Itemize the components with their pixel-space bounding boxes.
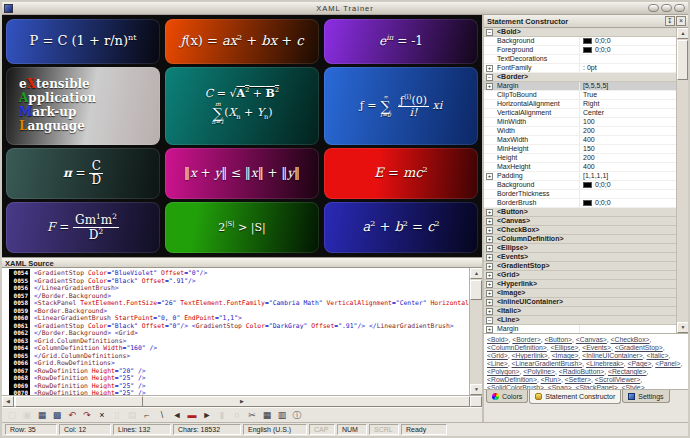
formula-tile-gravitation[interactable]: F = Gm1m2D2 bbox=[6, 202, 160, 253]
format-button[interactable]: ⌐ bbox=[140, 409, 154, 422]
expand-icon[interactable]: + bbox=[486, 290, 493, 297]
expand-icon[interactable]: + bbox=[486, 254, 493, 261]
element-link[interactable]: <Italic> bbox=[647, 352, 669, 359]
category-ellipse[interactable]: +<Ellipse> bbox=[484, 244, 676, 253]
formula-tile-mass-energy[interactable]: E = mc2 bbox=[324, 148, 478, 199]
paste-button[interactable]: ▤ bbox=[125, 409, 139, 422]
expand-icon[interactable]: + bbox=[486, 218, 493, 225]
property-value[interactable]: [1,1,1,1] bbox=[580, 172, 676, 180]
navigate-back-button[interactable]: ◄ bbox=[170, 409, 184, 422]
property-minwidth[interactable]: MinWidth100 bbox=[484, 118, 676, 127]
element-link[interactable]: <Panel> bbox=[655, 360, 680, 367]
category-italic[interactable]: +<Italic> bbox=[484, 307, 676, 316]
property-background[interactable]: Background0;0;0 bbox=[484, 37, 676, 46]
element-link[interactable]: <GradientStop> bbox=[615, 344, 663, 351]
formula-tile-taylor-series[interactable]: ƒ = ∞∑i=0 ƒ(i)(0)i! xi bbox=[324, 67, 478, 145]
new-button[interactable]: ▢ bbox=[5, 409, 19, 422]
element-link[interactable]: <Setter> bbox=[565, 376, 591, 383]
open-button[interactable]: ▣ bbox=[20, 409, 34, 422]
zoom-button[interactable]: ○ bbox=[230, 409, 244, 422]
element-link[interactable]: <Ellipse> bbox=[550, 344, 578, 351]
property-textdecorations[interactable]: TextDecorations bbox=[484, 55, 676, 64]
property-value[interactable]: Right bbox=[580, 100, 676, 108]
expand-icon[interactable]: + bbox=[486, 299, 493, 306]
scroll-down-icon[interactable]: ▼ bbox=[470, 384, 482, 395]
element-link[interactable]: <Hyperlink> bbox=[512, 352, 548, 359]
property-height[interactable]: Height200 bbox=[484, 154, 676, 163]
expand-icon[interactable]: + bbox=[486, 272, 493, 279]
property-value[interactable]: : 0pt bbox=[580, 64, 676, 72]
tab-colors[interactable]: Colors bbox=[486, 390, 528, 403]
property-fontfamily[interactable]: +FontFamily: 0pt bbox=[484, 64, 676, 73]
category-bold[interactable]: −<Bold> bbox=[484, 28, 676, 37]
element-link[interactable]: <Line> bbox=[487, 360, 508, 367]
element-link[interactable]: <Canvas> bbox=[576, 336, 607, 343]
category-border[interactable]: −<Border> bbox=[484, 73, 676, 82]
property-horizontalalignment[interactable]: HorizontalAlignmentRight bbox=[484, 100, 676, 109]
category-image[interactable]: +<Image> bbox=[484, 289, 676, 298]
close-button[interactable] bbox=[674, 4, 685, 12]
property-borderthickness[interactable]: BorderThickness bbox=[484, 190, 676, 199]
property-value[interactable] bbox=[580, 190, 676, 198]
print-preview-button[interactable]: ▥ bbox=[275, 409, 289, 422]
formula-tile-quadratic-function[interactable]: ƒ(x) = ax2 + bx + c bbox=[165, 19, 319, 64]
element-link[interactable]: <RadioButton> bbox=[559, 368, 604, 375]
print-button[interactable]: ▦ bbox=[260, 409, 274, 422]
property-value[interactable]: 100 bbox=[580, 118, 676, 126]
minimize-button[interactable] bbox=[648, 4, 659, 12]
vertical-scroll-thumb[interactable] bbox=[470, 280, 482, 300]
property-margin[interactable]: +Margin[5,5,5,5] bbox=[484, 82, 676, 91]
highlight-button[interactable]: ▮ bbox=[215, 409, 229, 422]
category-grid[interactable]: +<Grid> bbox=[484, 271, 676, 280]
element-link[interactable]: <Rectangle> bbox=[608, 368, 647, 375]
property-value[interactable]: 0;0;0 bbox=[580, 181, 676, 189]
save-button[interactable]: ▦ bbox=[35, 409, 49, 422]
collapse-icon[interactable]: − bbox=[486, 317, 493, 324]
propgrid-scroll-thumb[interactable] bbox=[677, 40, 688, 80]
expand-icon[interactable]: + bbox=[486, 65, 493, 72]
collapse-icon[interactable]: − bbox=[486, 74, 493, 81]
maximize-button[interactable] bbox=[661, 4, 672, 12]
element-link[interactable]: <CheckBox> bbox=[611, 336, 650, 343]
expand-icon[interactable]: + bbox=[486, 326, 493, 333]
formula-tile-vector-magnitude-sum[interactable]: C = √A2 + B2m∑n=1(Xn + Yn) bbox=[165, 67, 319, 145]
property-value[interactable]: 0;0;0 bbox=[580, 46, 676, 54]
tab-settings[interactable]: Settings bbox=[622, 390, 669, 403]
property-value[interactable]: Center bbox=[580, 109, 676, 117]
formula-tile-xaml-acronym[interactable]: eXtensibleApplicationMark-upLanguage bbox=[6, 67, 160, 145]
save-all-button[interactable]: ▩ bbox=[50, 409, 64, 422]
editor-horizontal-scrollbar[interactable]: ◀ ▶ bbox=[2, 395, 482, 407]
expand-icon[interactable]: + bbox=[486, 173, 493, 180]
cut-button[interactable]: × bbox=[95, 409, 109, 422]
undo-button[interactable]: ↶ bbox=[65, 409, 79, 422]
formula-tile-compound-interest[interactable]: P = C (1 + r/n)nt bbox=[6, 19, 160, 64]
property-value[interactable]: 0;0;0 bbox=[580, 199, 676, 207]
property-value[interactable] bbox=[580, 55, 676, 63]
property-maxwidth[interactable]: MaxWidth400 bbox=[484, 136, 676, 145]
expand-icon[interactable]: + bbox=[486, 236, 493, 243]
property-background[interactable]: Background0;0;0 bbox=[484, 181, 676, 190]
property-padding[interactable]: +Padding[1,1,1,1] bbox=[484, 172, 676, 181]
scroll-down-icon[interactable]: ▼ bbox=[677, 322, 688, 333]
panel-close-icon[interactable]: × bbox=[676, 16, 686, 26]
property-value[interactable]: 0;0;0 bbox=[580, 37, 676, 45]
property-value[interactable]: True bbox=[580, 91, 676, 99]
horizontal-scroll-thumb[interactable] bbox=[15, 396, 143, 407]
expand-icon[interactable]: + bbox=[486, 83, 493, 90]
navigate-forward-button[interactable]: ► bbox=[200, 409, 214, 422]
category-canvas[interactable]: +<Canvas> bbox=[484, 217, 676, 226]
category-line[interactable]: −<Line> bbox=[484, 316, 676, 325]
element-link[interactable]: <LinearGradientBrush> bbox=[512, 360, 583, 367]
element-link[interactable]: <Run> bbox=[541, 376, 561, 383]
scroll-left-icon[interactable]: ◀ bbox=[2, 396, 14, 407]
propgrid-scrollbar[interactable]: ▲ ▼ bbox=[676, 28, 688, 333]
collapse-icon[interactable]: − bbox=[486, 29, 493, 36]
element-link[interactable]: <RowDefinition> bbox=[487, 376, 537, 383]
category-button[interactable]: +<Button> bbox=[484, 208, 676, 217]
stop-button[interactable]: ▬ bbox=[185, 409, 199, 422]
property-maxheight[interactable]: MaxHeight400 bbox=[484, 163, 676, 172]
element-link[interactable]: <Events> bbox=[582, 344, 611, 351]
category-events[interactable]: +<Events> bbox=[484, 253, 676, 262]
element-link[interactable]: <InlineUIContainer> bbox=[582, 352, 642, 359]
element-link[interactable]: <Polygon> bbox=[487, 368, 520, 375]
